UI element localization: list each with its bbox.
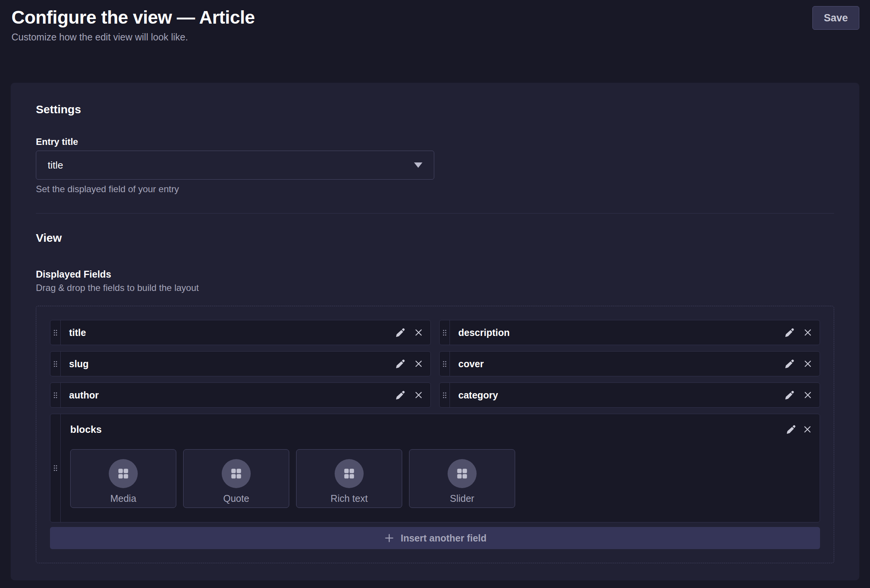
- edit-field-button[interactable]: [784, 423, 798, 436]
- close-icon: [414, 390, 424, 400]
- pencil-icon: [784, 359, 794, 369]
- field-row-blocks: blocks Media Quote Rich tex: [50, 414, 820, 522]
- remove-field-button[interactable]: [412, 326, 425, 339]
- insert-another-field-label: Insert another field: [401, 533, 487, 544]
- edit-field-button[interactable]: [393, 357, 407, 371]
- remove-field-button[interactable]: [801, 357, 815, 371]
- grid-icon: [117, 467, 130, 480]
- drag-dots-icon: [53, 361, 58, 367]
- drag-dots-icon: [443, 392, 447, 398]
- drag-handle[interactable]: [50, 414, 61, 522]
- pencil-icon: [395, 328, 405, 338]
- page-header-text: Configure the view — Article Customize h…: [11, 6, 255, 43]
- pencil-icon: [395, 390, 405, 400]
- drag-handle[interactable]: [50, 383, 61, 407]
- close-icon: [414, 359, 424, 369]
- component-card-slider[interactable]: Slider: [409, 449, 515, 508]
- grid-icon: [343, 467, 356, 480]
- edit-field-button[interactable]: [782, 357, 796, 371]
- view-heading: View: [36, 231, 834, 245]
- close-icon: [803, 390, 813, 400]
- drag-dots-icon: [53, 465, 58, 471]
- page-title: Configure the view — Article: [11, 6, 255, 29]
- component-icon-circle: [109, 459, 138, 488]
- pencil-icon: [786, 424, 796, 435]
- plus-icon: [383, 532, 395, 544]
- remove-field-button[interactable]: [412, 357, 425, 371]
- field-row-author: author: [50, 382, 431, 408]
- caret-down-icon: [414, 162, 422, 168]
- fields-grid: title description slug cover: [50, 320, 820, 408]
- drag-handle[interactable]: [440, 352, 450, 376]
- edit-field-button[interactable]: [393, 326, 407, 339]
- drag-handle[interactable]: [50, 320, 61, 345]
- drag-handle[interactable]: [440, 320, 450, 345]
- field-row-title: title: [50, 320, 431, 345]
- save-button[interactable]: Save: [812, 6, 859, 30]
- component-icon-circle: [448, 459, 477, 488]
- component-label: Rich text: [330, 493, 367, 504]
- entry-title-label: Entry title: [36, 136, 434, 148]
- blocks-header: blocks: [70, 423, 814, 436]
- drag-dots-icon: [443, 361, 447, 367]
- section-divider: [36, 213, 834, 214]
- entry-title-select[interactable]: title: [36, 151, 434, 180]
- configuration-card: Settings Entry title title Set the displ…: [11, 83, 859, 580]
- blocks-content: blocks Media Quote Rich tex: [61, 414, 820, 522]
- component-label: Slider: [450, 493, 474, 504]
- drag-dots-icon: [53, 392, 58, 398]
- remove-field-button[interactable]: [801, 423, 814, 436]
- edit-field-button[interactable]: [782, 326, 796, 339]
- fields-drop-zone: title description slug cover: [36, 306, 834, 563]
- drag-dots-icon: [443, 329, 447, 336]
- component-cards: Media Quote Rich text Slider: [70, 449, 814, 508]
- insert-another-field-button[interactable]: Insert another field: [50, 527, 820, 549]
- entry-title-hint: Set the displayed field of your entry: [36, 183, 434, 195]
- edit-field-button[interactable]: [782, 388, 796, 402]
- displayed-fields-label: Displayed Fields: [36, 268, 834, 280]
- entry-title-field-group: Entry title title Set the displayed fiel…: [36, 136, 434, 195]
- pencil-icon: [395, 359, 405, 369]
- edit-field-button[interactable]: [393, 388, 407, 402]
- field-name: cover: [458, 358, 782, 370]
- component-card-media[interactable]: Media: [70, 449, 176, 508]
- component-icon-circle: [222, 459, 251, 488]
- drag-handle[interactable]: [440, 383, 450, 407]
- close-icon: [803, 359, 813, 369]
- component-card-rich-text[interactable]: Rich text: [296, 449, 402, 508]
- displayed-fields-hint: Drag & drop the fields to build the layo…: [36, 282, 834, 294]
- field-name: author: [69, 390, 393, 401]
- page-header: Configure the view — Article Customize h…: [0, 0, 870, 83]
- component-icon-circle: [335, 459, 364, 488]
- pencil-icon: [784, 328, 794, 338]
- pencil-icon: [784, 390, 794, 400]
- remove-field-button[interactable]: [801, 388, 815, 402]
- field-name: category: [458, 390, 782, 401]
- component-card-quote[interactable]: Quote: [183, 449, 289, 508]
- drag-dots-icon: [53, 329, 58, 336]
- close-icon: [802, 424, 812, 434]
- component-label: Quote: [223, 493, 249, 504]
- field-name: description: [458, 327, 782, 338]
- remove-field-button[interactable]: [412, 388, 425, 402]
- page-subtitle: Customize how the edit view will look li…: [11, 31, 255, 43]
- entry-title-select-value: title: [48, 159, 414, 171]
- close-icon: [803, 328, 813, 337]
- field-row-cover: cover: [439, 351, 820, 376]
- grid-icon: [230, 467, 243, 480]
- field-row-category: category: [439, 382, 820, 408]
- field-row-slug: slug: [50, 351, 431, 376]
- settings-heading: Settings: [36, 103, 834, 116]
- field-row-description: description: [439, 320, 820, 345]
- field-name: slug: [69, 358, 393, 370]
- remove-field-button[interactable]: [801, 326, 815, 339]
- field-name: blocks: [70, 424, 784, 435]
- close-icon: [414, 328, 424, 337]
- field-name: title: [69, 327, 393, 338]
- component-label: Media: [110, 493, 136, 504]
- grid-icon: [456, 467, 469, 480]
- drag-handle[interactable]: [50, 352, 61, 376]
